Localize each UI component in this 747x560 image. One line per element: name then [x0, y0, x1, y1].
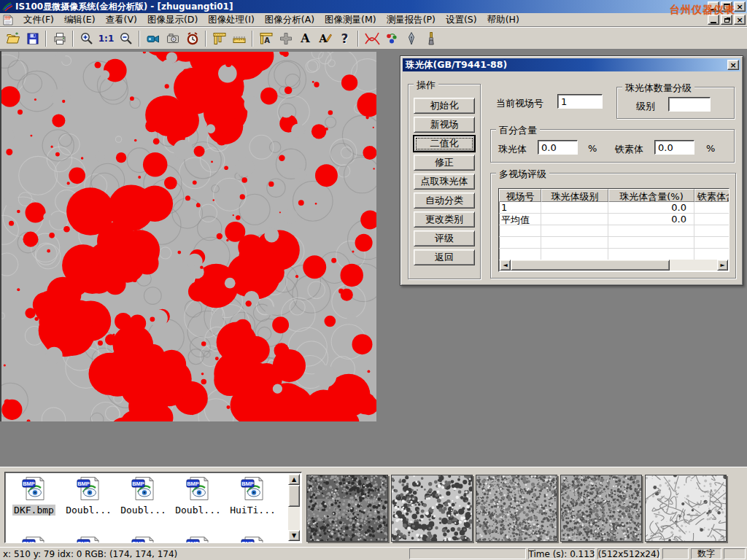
child-restore-button[interactable] [721, 15, 732, 25]
table-horizontal-scrollbar[interactable]: ◄ ► [500, 260, 728, 271]
pen-tool-button[interactable] [401, 29, 421, 48]
header-field-no: 视场号 [499, 189, 541, 202]
file-item[interactable]: BMP [116, 535, 171, 543]
scroll-up-button[interactable]: ▲ [288, 474, 300, 485]
actual-size-button[interactable]: 1:1 [96, 29, 116, 48]
menu-settings[interactable]: 设置(S) [441, 12, 482, 28]
ferrite-percent-unit: % [706, 143, 715, 154]
thumbnail-2[interactable] [391, 475, 473, 542]
menu-help[interactable]: 帮助(H) [482, 12, 525, 28]
toolbar-separator [72, 31, 74, 47]
file-item[interactable]: BMP [225, 535, 280, 543]
zoom-out-button[interactable] [116, 29, 136, 48]
current-field-input[interactable] [557, 94, 603, 109]
letter-a-icon: A [301, 31, 309, 45]
file-list-scrollbar[interactable]: ▲ ▼ [288, 474, 300, 541]
table-row[interactable]: 平均值 0.0 [499, 214, 729, 225]
thumbnail-5[interactable] [645, 475, 727, 542]
file-item[interactable]: BMP DKF.bmp [7, 475, 61, 516]
minimize-button[interactable] [708, 1, 719, 12]
pick-pearlite-button[interactable]: 点取珠光体 [414, 174, 475, 190]
scroll-left-button[interactable]: ◄ [500, 260, 511, 271]
zoom-in-button[interactable] [77, 29, 96, 48]
menu-edit[interactable]: 编辑(E) [59, 12, 101, 28]
menu-image-processing[interactable]: 图像处理(I) [203, 12, 259, 28]
help-button[interactable]: ? [335, 29, 355, 48]
thumbnail-3[interactable] [476, 475, 557, 542]
correct-button[interactable]: 修正 [414, 155, 475, 171]
curve-tool-button[interactable] [362, 29, 382, 48]
brush-tool-button[interactable] [421, 29, 441, 48]
camera-capture-button[interactable] [163, 29, 182, 48]
dialog-close-button[interactable]: × [727, 60, 739, 70]
grid-tool-button[interactable] [276, 29, 295, 48]
text-measure-button[interactable]: A [256, 29, 276, 48]
file-name-label: Doubl... [119, 505, 168, 516]
file-item[interactable]: BMP [171, 535, 225, 543]
caliper-measure-button[interactable] [209, 29, 229, 48]
edit-annotation-button[interactable]: A [315, 29, 335, 48]
dialog-title-bar[interactable]: 珠光体(GB/T9441-88) × [403, 58, 740, 71]
rating-table[interactable]: 视场号 珠光体级别 珠光体含量(%) 铁素体含量(%) 1 0.0 平均值 0.… [498, 188, 729, 272]
text-annotation-button[interactable]: A [295, 29, 315, 48]
status-mode-panel: 数字 [691, 548, 721, 559]
child-minimize-button[interactable] [708, 15, 719, 25]
auto-classify-button[interactable]: 自动分类 [414, 192, 475, 209]
classify-tool-button[interactable] [382, 29, 401, 48]
video-camera-icon [146, 31, 160, 46]
file-item[interactable]: BMP Doubl... [171, 475, 225, 516]
bmp-file-icon: BMP [240, 535, 266, 543]
timer-button[interactable] [182, 29, 202, 48]
status-time-panel: Time (s): 0.113 [528, 548, 595, 559]
header-pearlite-grade: 珠光体级别 [541, 189, 608, 202]
menu-image-measure[interactable]: 图像测量(M) [320, 12, 382, 28]
bmp-file-icon: BMP [240, 475, 266, 504]
menu-image-analysis[interactable]: 图像分析(A) [260, 12, 320, 28]
level-label: 级别 [636, 100, 655, 113]
scroll-right-button[interactable]: ► [717, 260, 728, 271]
child-close-button[interactable]: × [734, 15, 746, 25]
open-file-button[interactable] [3, 29, 23, 48]
menu-view[interactable]: 查看(V) [101, 12, 142, 28]
thumbnail-1[interactable] [306, 475, 388, 542]
change-class-button[interactable]: 更改类别 [414, 211, 475, 228]
scrollbar-thumb[interactable] [288, 485, 300, 507]
menu-measure-report[interactable]: 测量报告(P) [382, 12, 441, 28]
return-button[interactable]: 返回 [414, 249, 475, 265]
zoom-out-icon [119, 31, 133, 46]
binarize-button[interactable]: 二值化 [414, 136, 475, 152]
scroll-down-button[interactable]: ▼ [288, 530, 300, 541]
file-item[interactable]: BMP [7, 535, 61, 543]
maximize-button[interactable] [721, 1, 732, 12]
binarized-metallograph-image[interactable] [1, 52, 376, 421]
menu-image-display[interactable]: 图像显示(D) [142, 12, 203, 28]
grade-button[interactable]: 评级 [414, 230, 475, 246]
header-ferrite-content: 铁素体含量(%) [694, 189, 729, 202]
ruler-measure-button[interactable] [229, 29, 249, 48]
ferrite-percent-input[interactable] [654, 140, 694, 155]
open-folder-icon [6, 31, 20, 46]
close-button[interactable]: × [734, 1, 746, 12]
file-item[interactable]: BMP HuiTi... [225, 475, 280, 516]
thumbnail-4[interactable] [560, 475, 642, 542]
print-button[interactable] [50, 29, 69, 48]
table-row[interactable]: 1 0.0 [499, 202, 729, 214]
actual-size-icon: 1:1 [98, 34, 115, 44]
pearlite-percent-input[interactable] [538, 140, 578, 155]
file-item[interactable]: BMP [61, 535, 116, 543]
caliper-text-icon: A [259, 31, 274, 46]
status-image-size-panel: (512x512x24) [597, 548, 660, 559]
save-button[interactable] [23, 29, 42, 48]
level-input[interactable] [668, 97, 711, 112]
new-field-button[interactable]: 新视场 [414, 117, 475, 133]
file-item[interactable]: BMP Doubl... [61, 475, 116, 516]
bmp-file-icon: BMP [185, 475, 212, 504]
brush-icon [424, 31, 438, 46]
close-icon: × [736, 3, 743, 11]
initialize-button[interactable]: 初始化 [414, 98, 475, 114]
maximize-icon [724, 4, 730, 9]
video-capture-button[interactable] [143, 29, 163, 48]
file-item[interactable]: BMP Doubl... [116, 475, 171, 516]
scrollbar-thumb[interactable] [511, 260, 670, 271]
menu-file[interactable]: 文件(F) [18, 12, 59, 28]
